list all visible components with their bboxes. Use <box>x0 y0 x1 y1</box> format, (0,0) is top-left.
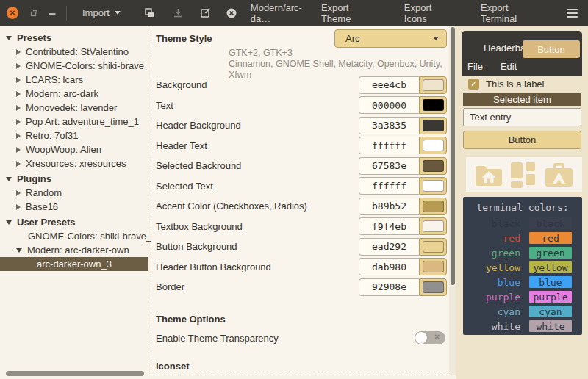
expander-down-icon[interactable] <box>6 177 12 181</box>
expander-right-icon[interactable] <box>16 119 21 125</box>
tree-item-pop-art[interactable]: Pop Art: adventure_time_1 <box>0 115 148 129</box>
color-picker-button[interactable] <box>419 76 447 94</box>
menu-button[interactable] <box>567 9 578 18</box>
hex-input[interactable]: 92908e <box>359 278 419 296</box>
hex-input[interactable]: 3a3835 <box>359 117 419 134</box>
rename-theme-button[interactable] <box>200 7 211 18</box>
tree-item-contributed[interactable]: Contributed: StValentino <box>0 45 148 59</box>
color-picker-button[interactable] <box>419 258 447 275</box>
preview-button: Button <box>463 131 581 149</box>
tree-section-presets[interactable]: Presets <box>0 31 148 45</box>
color-row-header-background: Header Background 3a3835 <box>156 115 447 136</box>
color-row-accent: Accent Color (Checkboxes, Radios) b89b52 <box>156 196 447 217</box>
theme-style-label: Theme Style <box>156 33 212 44</box>
scrollbar-thumb[interactable] <box>451 27 455 285</box>
tree-item-monovedek[interactable]: Monovedek: lavender <box>0 101 148 115</box>
edit-icon <box>200 7 211 18</box>
hex-input[interactable]: dab980 <box>359 258 419 275</box>
expander-right-icon[interactable] <box>16 190 21 196</box>
tree-item-modern[interactable]: Modern: arc-dark <box>0 87 148 101</box>
terminal-color-name: green <box>463 248 520 259</box>
hex-input[interactable]: 000000 <box>359 96 419 114</box>
theme-style-dropdown[interactable]: Arc <box>334 29 447 48</box>
expander-right-icon[interactable] <box>16 204 21 210</box>
tree-item-lcars[interactable]: LCARS: lcars <box>0 73 148 87</box>
expander-right-icon[interactable] <box>16 161 21 167</box>
tree-item-shiki-brave-v[interactable]: GNOME-Colors: shiki-brave_v <box>0 229 148 243</box>
expander-right-icon[interactable] <box>16 91 21 97</box>
import-dropdown[interactable]: Import <box>78 4 125 21</box>
color-row-header-button-background: Header Button Background dab980 <box>156 257 447 278</box>
tree-label: Monovedek: lavender <box>26 102 117 113</box>
color-swatch <box>423 180 444 192</box>
color-swatch <box>423 261 444 272</box>
color-swatch <box>423 140 444 151</box>
duplicate-theme-button[interactable] <box>144 7 155 18</box>
tree-section-plugins[interactable]: Plugins <box>0 172 148 186</box>
tree-item-random[interactable]: Random <box>0 186 148 200</box>
color-picker-button[interactable] <box>419 278 447 296</box>
delete-theme-button[interactable] <box>226 7 237 19</box>
color-picker-button[interactable] <box>419 137 447 154</box>
export-icons-button[interactable]: Export Icons <box>401 0 457 29</box>
expander-right-icon[interactable] <box>16 77 21 83</box>
color-row-label: Accent Color (Checkboxes, Radios) <box>156 201 307 212</box>
color-row-text: Text 000000 <box>156 95 447 116</box>
expander-right-icon[interactable] <box>16 105 21 111</box>
terminal-color-swatch: yellow <box>529 261 572 273</box>
expander-right-icon[interactable] <box>16 147 21 153</box>
export-theme-button[interactable]: Export Theme <box>318 0 381 29</box>
hex-input[interactable]: eee4cb <box>359 76 419 94</box>
main-vertical-scrollbar[interactable] <box>449 26 456 375</box>
expander-right-icon[interactable] <box>16 133 21 139</box>
tree-item-base16[interactable]: Base16 <box>0 200 148 214</box>
color-picker-button[interactable] <box>419 217 447 235</box>
tree-item-arc-darker-own-3-selected[interactable]: arc-darker-own_3 <box>0 257 148 271</box>
tree-label: Random <box>26 187 62 198</box>
window-restore-button[interactable] <box>29 9 38 18</box>
tree-item-arc-darker-own[interactable]: Modern: arc-darker-own <box>0 243 148 257</box>
save-theme-button[interactable] <box>173 7 184 18</box>
color-picker-button[interactable] <box>419 157 447 175</box>
tree-item-gnome-colors[interactable]: GNOME-Colors: shiki-brave <box>0 59 148 73</box>
transparency-toggle[interactable]: ✕ <box>415 331 445 344</box>
tree-label: Xresources: xresources <box>26 158 126 169</box>
expander-down-icon[interactable] <box>6 36 12 40</box>
export-terminal-button[interactable]: Export Terminal <box>478 0 546 29</box>
window-close-button[interactable]: ✕ <box>7 7 18 19</box>
terminal-row-black: black black <box>463 216 582 231</box>
hex-input[interactable]: ead292 <box>359 238 419 256</box>
theme-options-heading: Theme Options <box>156 314 226 325</box>
window-minimize-button[interactable] <box>48 9 57 18</box>
hex-input[interactable]: 67583e <box>359 157 419 175</box>
expander-down-icon[interactable] <box>16 248 22 253</box>
hex-input[interactable]: ffffff <box>359 177 419 195</box>
tiles-icon <box>511 161 537 189</box>
terminal-color-swatch: white <box>529 320 572 332</box>
color-picker-button[interactable] <box>419 198 447 215</box>
tree-label: LCARS: lcars <box>26 74 83 85</box>
expander-right-icon[interactable] <box>16 49 21 55</box>
color-picker-button[interactable] <box>419 117 447 134</box>
color-picker-button[interactable] <box>419 96 447 114</box>
tree-item-retro[interactable]: Retro: 7of31 <box>0 129 148 142</box>
expander-right-icon[interactable] <box>16 63 21 69</box>
terminal-row-purple: purple purple <box>463 289 582 304</box>
expander-down-icon[interactable] <box>6 220 12 225</box>
hex-input[interactable]: b89b52 <box>359 198 419 215</box>
color-picker-button[interactable] <box>419 177 447 195</box>
tree-item-woopwoop[interactable]: WoopWoop: Alien <box>0 142 148 156</box>
sidebar-horizontal-scrollbar[interactable] <box>6 371 144 376</box>
hex-input[interactable]: f9f4eb <box>359 217 419 235</box>
terminal-row-green: green green <box>463 245 582 260</box>
tree-section-user-presets[interactable]: User Presets <box>0 215 148 229</box>
presets-sidebar: Presets Contributed: StValentino GNOME-C… <box>0 26 148 379</box>
tree-label: arc-darker-own_3 <box>37 259 112 270</box>
hex-input[interactable]: ffffff <box>359 137 419 154</box>
color-swatch <box>423 220 444 232</box>
terminal-row-white: white white <box>463 319 582 333</box>
terminal-color-rows: black black red red green green yellow y… <box>463 216 582 333</box>
color-picker-button[interactable] <box>419 238 447 256</box>
tree-item-xresources[interactable]: Xresources: xresources <box>0 156 148 170</box>
preview-terminal-panel: terminal colors: black black red red gre… <box>463 197 582 335</box>
